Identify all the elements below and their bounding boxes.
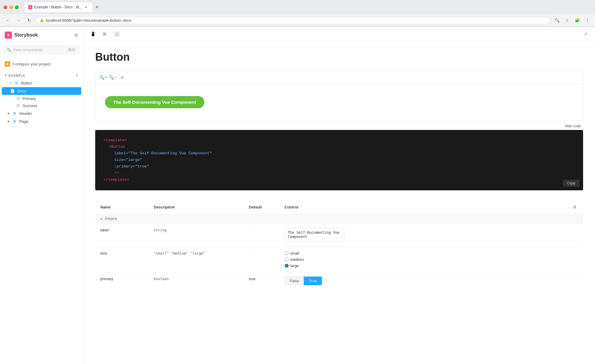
table-row: primary boolean true False True (95, 272, 583, 289)
hide-code-button[interactable]: Hide code (562, 123, 583, 129)
sidebar-header: S Storybook ⚙ (0, 27, 83, 43)
primary-true-button[interactable]: True (304, 277, 322, 285)
header-component-icon: ⊞ (12, 111, 17, 116)
frame-view-button[interactable]: ⬜ (112, 29, 121, 39)
search-placeholder: Find components (13, 48, 65, 52)
configure-project-item[interactable]: 📋 Configure your project (0, 59, 83, 68)
primary-false-button[interactable]: False (285, 277, 304, 285)
reload-button[interactable]: ↻ (25, 16, 33, 24)
props-section-row: ▾ PROPS (95, 214, 583, 223)
lock-icon: 🔒 (40, 18, 44, 22)
sidebar-item-button[interactable]: ▾ ⊞ Button (2, 79, 81, 87)
required-star: * (108, 228, 109, 232)
configure-project-label: Configure your project (12, 62, 51, 66)
page-component-icon: ⊞ (12, 119, 17, 124)
nav-group-label-example: ▾ EXAMPLE (5, 73, 25, 77)
browser-chrome: S Example / Button - Docs · St... ✕ + ← … (0, 0, 595, 27)
tab-close-button[interactable]: ✕ (84, 5, 89, 10)
search-icon: 🔍 (7, 48, 11, 52)
nav-group-header-example[interactable]: ▾ EXAMPLE ⇅ (0, 72, 83, 79)
reset-all-button[interactable]: ↺ (571, 204, 578, 211)
label-textarea[interactable]: The Self-Documenting Vue Component (285, 228, 344, 241)
main-content: 📱 ⊞ ⬜ ⤢ Button 🔍+ 🔍− ⊙ The Self-Document… (83, 27, 595, 364)
minimize-window-button[interactable] (9, 5, 13, 9)
zoom-in-button[interactable]: 🔍+ (99, 73, 107, 81)
settings-icon[interactable]: ⚙ (74, 32, 78, 38)
close-window-button[interactable] (4, 5, 7, 9)
app-layout: S Storybook ⚙ 🔍 Find components ⌘ K 📋 Co… (0, 27, 595, 364)
props-section-chevron: ▾ (100, 217, 102, 221)
prop-default-label: - (244, 223, 280, 247)
zoom-out-button[interactable]: 🔍− (109, 73, 117, 81)
header-chevron-icon: ▶ (8, 112, 10, 115)
size-radio-large[interactable]: large (285, 263, 562, 268)
demo-button[interactable]: The Self-Documenting Vue Component (105, 96, 204, 108)
button-chevron-icon: ▾ (10, 81, 12, 85)
new-tab-button[interactable]: + (93, 3, 101, 11)
prop-default-size: - (244, 247, 280, 272)
tab-title: Example / Button - Docs · St... (34, 5, 82, 9)
main-toolbar: 📱 ⊞ ⬜ ⤢ (83, 27, 595, 41)
sidebar-item-page[interactable]: ▶ ⊞ Page (2, 117, 81, 125)
sidebar-item-header[interactable]: ▶ ⊞ Header (2, 109, 81, 117)
size-radio-medium[interactable]: medium (285, 257, 562, 262)
props-section-label: ▾ PROPS (95, 214, 583, 223)
col-header-description: Description (149, 200, 244, 214)
maximize-window-button[interactable] (15, 5, 19, 9)
search-shortcut: ⌘ K (67, 48, 76, 52)
main-body: Button 🔍+ 🔍− ⊙ The Self-Documenting Vue … (83, 41, 595, 364)
code-line-5: :primary="true" (104, 163, 575, 170)
bookmark-icon[interactable]: ☆ (563, 16, 571, 24)
prop-reset-size (566, 247, 583, 272)
nav-group-text: EXAMPLE (9, 74, 26, 77)
sidebar-logo: S Storybook (5, 32, 38, 39)
preview-toolbar: 🔍+ 🔍− ⊙ (95, 71, 583, 84)
search-icon[interactable]: 🔍 (553, 16, 561, 24)
hide-code-bar: Hide code (95, 123, 583, 129)
preview-canvas: The Self-Documenting Vue Component (95, 84, 583, 120)
browser-toolbar: ← → ↻ 🔒 localhost:6006/?path=/docs/examp… (0, 14, 595, 26)
config-icon: 📋 (5, 61, 10, 67)
code-line-1: <template> (104, 137, 575, 144)
copy-button[interactable]: Copy (563, 180, 580, 187)
primary-bool-control: False True (285, 277, 562, 285)
sidebar-config-section: 📋 Configure your project (0, 57, 83, 71)
mobile-view-button[interactable]: 📱 (88, 29, 98, 39)
search-box[interactable]: 🔍 Find components ⌘ K (4, 46, 79, 54)
story-icon: ⬜ (16, 97, 20, 101)
nav-group-example: ▾ EXAMPLE ⇅ ▾ ⊞ Button 📄 Docs ⬜ Pri (0, 71, 83, 127)
sidebar-header-label: Header (19, 111, 32, 116)
sidebar-primary-label: Primary (23, 96, 36, 101)
active-tab[interactable]: S Example / Button - Docs · St... ✕ (25, 2, 92, 12)
table-row: size "small" "medium" "large" - small (95, 247, 583, 272)
extension-icon[interactable]: 🧩 (573, 16, 581, 24)
prop-default-primary: true (244, 272, 280, 289)
code-line-2: <Button (104, 144, 575, 150)
menu-icon[interactable]: ⋮ (583, 16, 591, 24)
forward-button[interactable]: → (14, 16, 23, 24)
prop-name-size: size (95, 247, 149, 272)
sidebar-success-label: Success (23, 103, 37, 108)
col-header-default: Default (244, 200, 280, 214)
sidebar-item-docs[interactable]: 📄 Docs (2, 87, 81, 95)
zoom-reset-button[interactable]: ⊙ (118, 73, 126, 81)
prop-control-label: The Self-Documenting Vue Component (280, 223, 566, 247)
sidebar-item-primary[interactable]: ⬜ Primary (2, 95, 81, 102)
size-radio-small[interactable]: small (285, 251, 562, 255)
prop-name-label: label* (95, 223, 149, 247)
code-line-6: /> (104, 170, 575, 176)
fullscreen-button[interactable]: ⤢ (582, 30, 590, 38)
prop-reset-primary (566, 272, 583, 289)
nav-group-sort-icon: ⇅ (76, 74, 78, 77)
page-chevron-icon: ▶ (8, 120, 10, 123)
prop-description-size: "small" "medium" "large" (149, 247, 244, 272)
back-button[interactable]: ← (4, 16, 12, 24)
address-bar[interactable]: 🔒 localhost:6006/?path=/docs/example-but… (36, 17, 550, 24)
tab-favicon: S (28, 5, 32, 9)
docs-icon: 📄 (10, 89, 15, 93)
sidebar-item-success[interactable]: ⬜ Success (2, 102, 81, 109)
grid-view-button[interactable]: ⊞ (100, 29, 109, 39)
browser-tabs: S Example / Button - Docs · St... ✕ + (25, 2, 580, 12)
url-text: localhost:6006/?path=/docs/example-butto… (46, 18, 131, 23)
storybook-logo-text: Storybook (14, 32, 38, 38)
